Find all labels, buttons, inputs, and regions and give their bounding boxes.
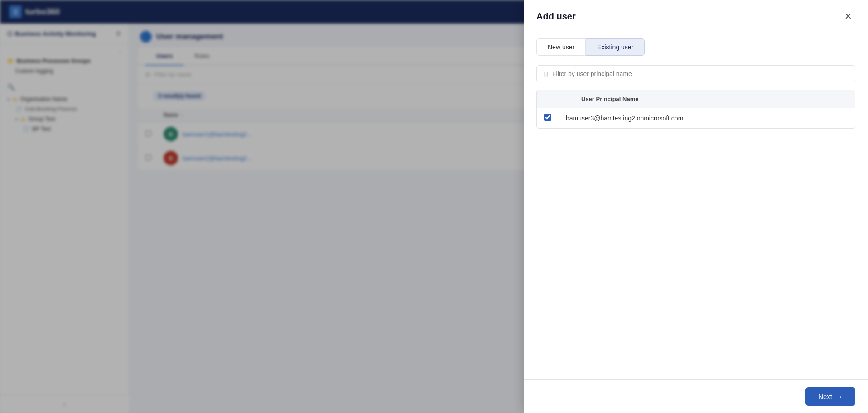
- user-filter-input[interactable]: [552, 70, 849, 77]
- modal-title: Add user: [536, 11, 576, 22]
- user-principal-name-col: User Principal Name: [581, 96, 638, 102]
- modal-footer: Next →: [524, 379, 868, 413]
- modal-overlay: Add user ✕ New user Existing user ⊟ User…: [0, 0, 868, 413]
- modal-header: Add user ✕: [524, 0, 868, 31]
- user-table-row-1: bamuser3@bamtesting2.onmicrosoft.com: [537, 108, 855, 128]
- user-1-principal-name: bamuser3@bamtesting2.onmicrosoft.com: [566, 115, 848, 122]
- modal-close-button[interactable]: ✕: [841, 9, 855, 24]
- modal-tabs: New user Existing user: [524, 31, 868, 56]
- filter-funnel-icon: ⊟: [543, 70, 549, 77]
- next-button[interactable]: Next →: [805, 387, 855, 406]
- modal-tab-new-user[interactable]: New user: [536, 38, 586, 56]
- user-1-modal-checkbox[interactable]: [544, 114, 551, 121]
- arrow-right-icon: →: [836, 393, 843, 400]
- user-table-header: User Principal Name: [537, 90, 855, 108]
- modal-tab-existing-user[interactable]: Existing user: [586, 38, 645, 56]
- user-table: User Principal Name bamuser3@bamtesting2…: [536, 90, 855, 129]
- modal-body: ⊟ User Principal Name bamuser3@bamtestin…: [524, 56, 868, 379]
- add-user-modal: Add user ✕ New user Existing user ⊟ User…: [524, 0, 868, 413]
- user-filter-bar: ⊟: [536, 65, 855, 82]
